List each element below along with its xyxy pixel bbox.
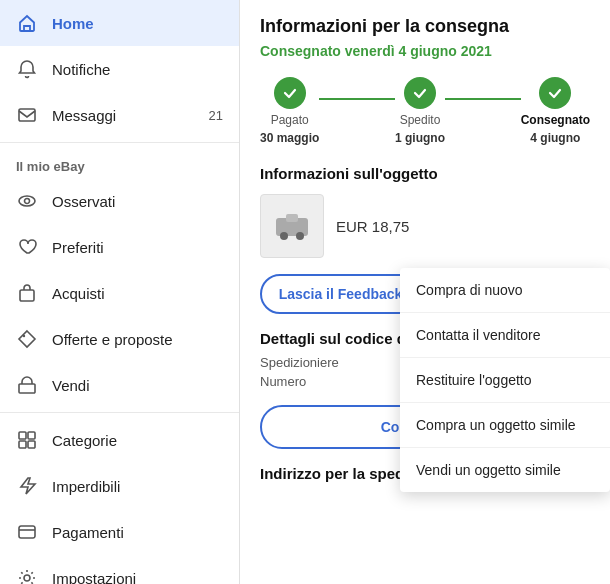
- sidebar-label-imperdibili: Imperdibili: [52, 478, 120, 495]
- svg-point-16: [280, 232, 288, 240]
- svg-rect-7: [19, 432, 26, 439]
- sidebar-item-offerte[interactable]: Offerte e proposte: [0, 316, 239, 362]
- sidebar-label-messaggi: Messaggi: [52, 107, 116, 124]
- dropdown-item-compra-simile[interactable]: Compra un oggetto simile: [400, 403, 610, 448]
- dropdown-item-contatta[interactable]: Contatta il venditore: [400, 313, 610, 358]
- numero-label: Numero: [260, 374, 306, 389]
- sidebar-label-impostazioni: Impostazioni: [52, 570, 136, 585]
- feedback-button[interactable]: Lascia il Feedback: [260, 274, 421, 314]
- svg-rect-9: [19, 441, 26, 448]
- object-thumbnail: [260, 194, 324, 258]
- step-circle-consegnato: [539, 77, 571, 109]
- sidebar-label-osservati: Osservati: [52, 193, 115, 210]
- delivery-stepper: Pagato 30 maggio Spedito 1 giugno Conseg…: [260, 77, 590, 145]
- step-pagato: Pagato 30 maggio: [260, 77, 319, 145]
- sidebar-label-notifiche: Notifiche: [52, 61, 110, 78]
- lightning-icon: [16, 475, 38, 497]
- svg-point-5: [23, 335, 25, 337]
- envelope-icon: [16, 104, 38, 126]
- sidebar-item-imperdibili[interactable]: Imperdibili: [0, 463, 239, 509]
- dropdown-item-vendi-simile[interactable]: Vendi un oggetto simile: [400, 448, 610, 492]
- dropdown-item-compra-nuovo[interactable]: Compra di nuovo: [400, 268, 610, 313]
- bell-icon: [16, 58, 38, 80]
- heart-icon: [16, 236, 38, 258]
- eye-icon: [16, 190, 38, 212]
- step-date-consegnato: 4 giugno: [530, 131, 580, 145]
- tag-icon: [16, 328, 38, 350]
- sidebar-item-messaggi[interactable]: Messaggi 21: [0, 92, 239, 138]
- step-label-consegnato: Consegnato: [521, 113, 590, 127]
- sidebar-label-home: Home: [52, 15, 94, 32]
- sidebar-label-categorie: Categorie: [52, 432, 117, 449]
- step-label-spedito: Spedito: [400, 113, 441, 127]
- step-line-1: [319, 98, 395, 100]
- sidebar-item-notifiche[interactable]: Notifiche: [0, 46, 239, 92]
- svg-point-17: [296, 232, 304, 240]
- step-line-2: [445, 98, 521, 100]
- svg-rect-11: [19, 526, 35, 538]
- svg-rect-18: [286, 214, 298, 222]
- bag-icon: [16, 282, 38, 304]
- sidebar-item-pagamenti[interactable]: Pagamenti: [0, 509, 239, 555]
- sidebar-label-offerte: Offerte e proposte: [52, 331, 173, 348]
- svg-marker-4: [19, 331, 35, 347]
- svg-rect-6: [19, 384, 35, 393]
- delivery-date: Consegnato venerdì 4 giugno 2021: [260, 43, 590, 59]
- dropdown-item-restituisci[interactable]: Restituire l'oggetto: [400, 358, 610, 403]
- sidebar-label-pagamenti: Pagamenti: [52, 524, 124, 541]
- shop-icon: [16, 374, 38, 396]
- svg-rect-3: [20, 290, 34, 301]
- svg-point-12: [24, 575, 30, 581]
- sidebar-item-vendi[interactable]: Vendi: [0, 362, 239, 408]
- step-consegnato: Consegnato 4 giugno: [521, 77, 590, 145]
- svg-point-2: [25, 199, 30, 204]
- divider-2: [0, 412, 239, 413]
- dropdown-menu: Compra di nuovo Contatta il venditore Re…: [400, 268, 610, 492]
- spedizioniere-label: Spedizioniere: [260, 355, 339, 370]
- sidebar-item-home[interactable]: Home: [0, 0, 239, 46]
- sidebar-item-categorie[interactable]: Categorie: [0, 417, 239, 463]
- sidebar-label-preferiti: Preferiti: [52, 239, 104, 256]
- home-icon: [16, 12, 38, 34]
- sidebar-item-osservati[interactable]: Osservati: [0, 178, 239, 224]
- step-circle-spedito: [404, 77, 436, 109]
- object-section-title: Informazioni sull'oggetto: [260, 165, 590, 182]
- sidebar: Home Notifiche Messaggi 21 Il mio eBay: [0, 0, 240, 584]
- object-row: EUR 18,75: [260, 194, 590, 258]
- sidebar-label-vendi: Vendi: [52, 377, 90, 394]
- step-label-pagato: Pagato: [271, 113, 309, 127]
- step-circle-pagato: [274, 77, 306, 109]
- step-spedito: Spedito 1 giugno: [395, 77, 445, 145]
- sidebar-item-acquisti[interactable]: Acquisti: [0, 270, 239, 316]
- sidebar-item-impostazioni[interactable]: Impostazioni: [0, 555, 239, 584]
- section-myebay: Il mio eBay: [0, 147, 239, 178]
- step-date-pagato: 30 maggio: [260, 131, 319, 145]
- svg-rect-8: [28, 432, 35, 439]
- divider-1: [0, 142, 239, 143]
- creditcard-icon: [16, 521, 38, 543]
- messaggi-badge: 21: [209, 108, 223, 123]
- svg-rect-0: [19, 109, 35, 121]
- svg-rect-10: [28, 441, 35, 448]
- svg-point-1: [19, 196, 35, 206]
- grid-icon: [16, 429, 38, 451]
- gear-icon: [16, 567, 38, 584]
- sidebar-label-acquisti: Acquisti: [52, 285, 105, 302]
- step-date-spedito: 1 giugno: [395, 131, 445, 145]
- main-content: Informazioni per la consegna Consegnato …: [240, 0, 610, 584]
- object-price: EUR 18,75: [336, 218, 409, 235]
- delivery-title: Informazioni per la consegna: [260, 16, 590, 37]
- sidebar-item-preferiti[interactable]: Preferiti: [0, 224, 239, 270]
